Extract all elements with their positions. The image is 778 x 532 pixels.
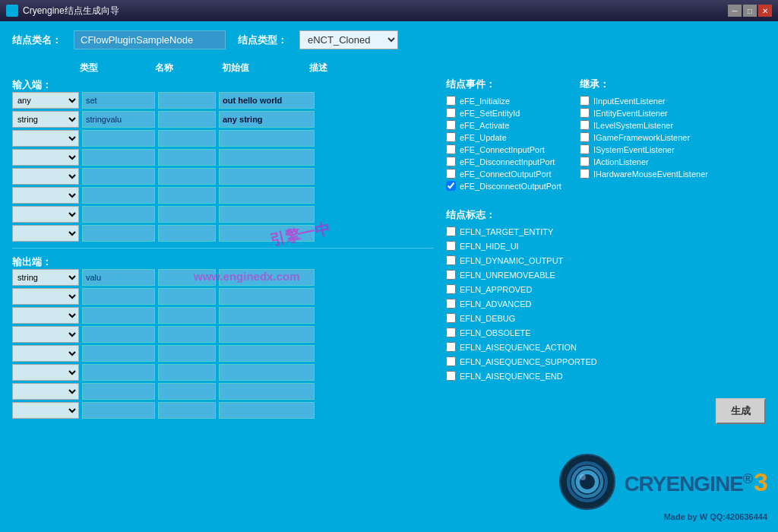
output-type-0[interactable]: stringanyintfloat	[12, 269, 79, 286]
input-desc-6[interactable]	[219, 206, 315, 223]
input-type-6[interactable]: anystring	[12, 206, 79, 223]
flag-checkbox-9[interactable]	[446, 356, 456, 366]
flag-checkbox-8[interactable]	[446, 342, 456, 352]
event-checkbox-5[interactable]	[446, 157, 456, 166]
event-checkbox-3[interactable]	[446, 132, 456, 142]
input-type-2[interactable]: anystring	[12, 130, 79, 147]
output-name-7[interactable]	[82, 402, 155, 419]
output-desc-5[interactable]	[219, 364, 315, 381]
input-desc-3[interactable]	[219, 149, 315, 166]
output-name-1[interactable]	[82, 288, 155, 305]
flag-checkbox-1[interactable]	[446, 241, 456, 251]
flag-checkbox-4[interactable]	[446, 284, 456, 294]
output-init-6[interactable]	[158, 383, 216, 400]
input-name-0[interactable]	[82, 92, 155, 109]
output-type-5[interactable]: anystring	[12, 364, 79, 381]
output-desc-1[interactable]	[219, 288, 315, 305]
event-checkbox-7[interactable]	[446, 181, 456, 191]
input-desc-5[interactable]	[219, 187, 315, 204]
output-name-6[interactable]	[82, 383, 155, 400]
output-type-1[interactable]: anystring	[12, 288, 79, 305]
maximize-button[interactable]: □	[743, 5, 757, 17]
flag-checkbox-5[interactable]	[446, 299, 456, 309]
output-desc-2[interactable]	[219, 307, 315, 324]
input-type-5[interactable]: anystring	[12, 187, 79, 204]
output-init-0[interactable]	[158, 269, 216, 286]
output-init-4[interactable]	[158, 345, 216, 362]
input-init-4[interactable]	[158, 168, 216, 185]
input-desc-0[interactable]	[219, 92, 315, 109]
event-checkbox-6[interactable]	[446, 169, 456, 179]
input-name-6[interactable]	[82, 206, 155, 223]
output-name-5[interactable]	[82, 364, 155, 381]
output-init-7[interactable]	[158, 402, 216, 419]
output-type-7[interactable]: anystring	[12, 402, 79, 419]
node-name-input[interactable]	[74, 30, 226, 49]
flag-checkbox-6[interactable]	[446, 313, 456, 323]
input-name-7[interactable]	[82, 225, 155, 242]
output-type-2[interactable]: anystring	[12, 307, 79, 324]
inherit-checkbox-2[interactable]	[580, 120, 590, 130]
input-type-4[interactable]: anystring	[12, 168, 79, 185]
input-init-6[interactable]	[158, 206, 216, 223]
input-init-3[interactable]	[158, 149, 216, 166]
close-button[interactable]: ✕	[758, 5, 772, 17]
output-name-0[interactable]	[82, 269, 155, 286]
input-init-5[interactable]	[158, 187, 216, 204]
output-init-1[interactable]	[158, 288, 216, 305]
output-init-5[interactable]	[158, 364, 216, 381]
inherit-checkbox-0[interactable]	[580, 96, 590, 106]
output-type-3[interactable]: anystring	[12, 326, 79, 343]
flag-checkbox-2[interactable]	[446, 255, 456, 265]
inherit-checkbox-1[interactable]	[580, 108, 590, 118]
input-type-1[interactable]: stringanyintfloatbool	[12, 111, 79, 128]
input-init-1[interactable]	[158, 111, 216, 128]
input-desc-7[interactable]	[219, 225, 315, 242]
input-name-5[interactable]	[82, 187, 155, 204]
input-desc-1[interactable]	[219, 111, 315, 128]
output-desc-6[interactable]	[219, 383, 315, 400]
output-name-3[interactable]	[82, 326, 155, 343]
minimize-button[interactable]: ─	[728, 5, 742, 17]
event-checkbox-0[interactable]	[446, 96, 456, 106]
output-type-6[interactable]: anystring	[12, 383, 79, 400]
logo-area: CRYENGINE®3 Made by W QQ:420636444	[558, 453, 767, 521]
input-type-0[interactable]: anystringintfloatbool	[12, 92, 79, 109]
output-label: 输出端：	[12, 256, 52, 268]
list-item: EFLN_TARGET_ENTITY	[446, 226, 766, 236]
inherit-checkbox-4[interactable]	[580, 144, 590, 154]
output-name-4[interactable]	[82, 345, 155, 362]
inherit-checkbox-5[interactable]	[580, 157, 590, 166]
input-name-4[interactable]	[82, 168, 155, 185]
flag-checkbox-10[interactable]	[446, 371, 456, 381]
output-name-2[interactable]	[82, 307, 155, 324]
output-desc-0[interactable]	[219, 269, 315, 286]
event-checkbox-4[interactable]	[446, 144, 456, 154]
input-init-7[interactable]	[158, 225, 216, 242]
generate-button[interactable]: 生成	[716, 398, 766, 424]
inherit-checkbox-6[interactable]	[580, 169, 590, 179]
event-checkbox-1[interactable]	[446, 108, 456, 118]
flag-checkbox-3[interactable]	[446, 270, 456, 280]
inherit-checkbox-3[interactable]	[580, 132, 590, 142]
output-desc-3[interactable]	[219, 326, 315, 343]
input-type-3[interactable]: anystring	[12, 149, 79, 166]
input-type-7[interactable]: anystring	[12, 225, 79, 242]
input-desc-4[interactable]	[219, 168, 315, 185]
input-desc-2[interactable]	[219, 130, 315, 147]
input-init-0[interactable]	[158, 92, 216, 109]
input-init-2[interactable]	[158, 130, 216, 147]
flag-checkbox-0[interactable]	[446, 226, 456, 236]
node-type-select[interactable]: eNCT_Cloned eNCT_Instanced eNCT_Singleto…	[299, 30, 398, 49]
input-name-1[interactable]	[82, 111, 155, 128]
output-type-4[interactable]: anystring	[12, 345, 79, 362]
output-init-3[interactable]	[158, 326, 216, 343]
input-name-3[interactable]	[82, 149, 155, 166]
event-checkbox-2[interactable]	[446, 120, 456, 130]
output-desc-4[interactable]	[219, 345, 315, 362]
output-desc-7[interactable]	[219, 402, 315, 419]
input-name-2[interactable]	[82, 130, 155, 147]
flag-checkbox-7[interactable]	[446, 328, 456, 337]
table-row: anystring	[12, 383, 434, 400]
output-init-2[interactable]	[158, 307, 216, 324]
